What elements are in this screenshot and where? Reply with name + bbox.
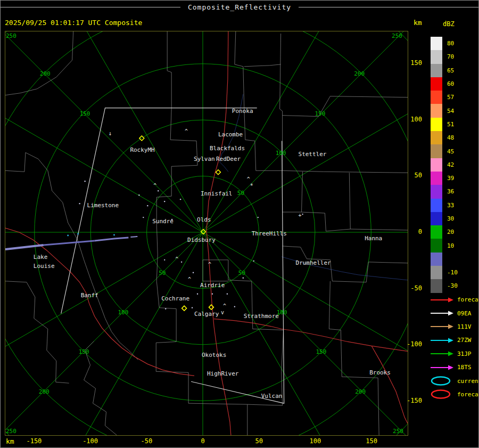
county-boundary <box>329 281 379 435</box>
city-label: RedDeer <box>216 156 241 162</box>
obs-symbol: ^ <box>208 262 211 267</box>
city-label: Stettler <box>299 151 327 158</box>
colorbar-entry <box>431 252 458 266</box>
range-label: 250 <box>6 428 16 435</box>
colorbar-entry: 80 <box>431 37 458 50</box>
radar-map-canvas: 1502002505010015020025050100150200250501… <box>5 31 408 435</box>
county-boundary <box>349 173 408 230</box>
colorbar-value: 54 <box>447 108 454 115</box>
city-label: HighRiver <box>207 370 239 377</box>
right-axis-label: 0 <box>405 228 422 235</box>
city-label: Lacombe <box>218 131 243 138</box>
map-dot <box>302 214 303 215</box>
map-dot <box>147 205 148 206</box>
city-label: Blackfalds <box>210 145 245 152</box>
city-label: Vulcan <box>261 393 283 400</box>
colorbar-swatch <box>431 158 442 172</box>
legend-arrow-row: 111V <box>430 320 479 333</box>
city-label: Sylvan <box>194 156 215 162</box>
legend-ellipse-row: current <box>430 374 479 387</box>
highway-line <box>214 319 282 329</box>
unit-label-top: km <box>414 19 422 27</box>
colorbar-title: dBZ <box>443 20 455 28</box>
city-label: RockyMH <box>130 146 154 153</box>
colorbar-entry: 10 <box>431 239 458 252</box>
range-label: 100 <box>276 150 286 157</box>
colorbar-entry: 70 <box>431 50 458 63</box>
unit-label-bottom: km <box>6 437 14 445</box>
colorbar-swatch <box>431 118 442 131</box>
county-boundary <box>156 224 247 435</box>
colorbar-entry: 48 <box>431 131 458 144</box>
highway-line <box>371 346 408 423</box>
obs-symbol: * <box>250 183 253 189</box>
colorbar-entry: 36 <box>431 185 458 198</box>
obs-symbol: ^ <box>247 176 250 182</box>
colorbar-swatch <box>431 131 442 144</box>
range-label: 50 <box>237 190 244 197</box>
colorbar-value: 60 <box>447 80 454 87</box>
county-boundary <box>228 260 284 405</box>
arrow-icon <box>430 309 454 317</box>
highway-line <box>282 329 408 352</box>
colorbar-entry: -30 <box>431 279 458 292</box>
colorbar-entry: 45 <box>431 144 458 158</box>
map-dot <box>164 201 165 202</box>
legend-arrow-row: forecast <box>430 293 479 306</box>
county-boundary <box>5 152 38 172</box>
legend-arrow-row: 18TS <box>430 361 479 374</box>
colorbar-value: -10 <box>447 269 458 276</box>
map-dot <box>79 203 80 204</box>
city-label: Calgary <box>194 311 219 317</box>
map-dot <box>180 199 181 200</box>
county-boundary <box>244 109 283 171</box>
reflectivity-echo <box>5 245 44 249</box>
legend-arrow-row: 31JP <box>430 347 479 361</box>
bottom-axis-label: -50 <box>135 437 158 445</box>
radar-coverage-outline <box>191 141 284 403</box>
county-boundary <box>5 31 73 95</box>
city-label: ThreeHills <box>252 230 287 237</box>
city-label: Didsbury <box>187 237 216 243</box>
arrow-icon <box>430 364 454 371</box>
map-dot <box>84 181 85 182</box>
colorbar-swatch <box>431 64 442 77</box>
window-title: Composite_Reflectivity <box>180 3 299 11</box>
range-label: 250 <box>392 32 402 39</box>
city-label: Olds <box>197 216 211 223</box>
right-axis-label: -150 <box>405 397 422 404</box>
titlebar-rule-left <box>1 7 180 7</box>
colorbar-swatch <box>431 225 442 239</box>
colorbar-value: 70 <box>447 53 454 60</box>
reflectivity-echo <box>44 241 95 245</box>
legend-label: 27ZW <box>457 337 472 344</box>
colorbar-value: 57 <box>447 94 454 101</box>
map-dot <box>197 294 198 295</box>
map-dot <box>192 307 193 308</box>
colorbar-swatch <box>431 77 442 91</box>
colorbar-entry: 51 <box>431 118 458 131</box>
ellipse-icon <box>430 389 454 400</box>
bottom-axis-label: -100 <box>79 437 102 445</box>
city-label: Brooks <box>369 369 391 376</box>
city-label: Banff <box>81 292 98 299</box>
range-label: 150 <box>80 110 90 117</box>
colorbar-swatch <box>431 144 442 158</box>
radar-app-window: Composite_Reflectivity 2025/09/25 01:01:… <box>0 0 479 448</box>
radar-site-marker <box>182 306 187 311</box>
colorbar-swatch <box>431 91 442 104</box>
range-label: 150 <box>79 348 89 355</box>
reflectivity-echo <box>95 238 129 241</box>
radar-map: 1502002505010015020025050100150200250501… <box>5 31 408 436</box>
city-label: Louise <box>34 263 55 270</box>
map-dot <box>164 259 165 260</box>
colorbar-swatch <box>431 37 442 50</box>
colorbar-entry: 42 <box>431 158 458 172</box>
obs-symbol: ^ <box>223 303 226 309</box>
range-label: 200 <box>39 388 49 395</box>
radar-site-marker <box>209 305 213 309</box>
colorbar-value: 33 <box>447 202 454 209</box>
bottom-axis-label: 0 <box>191 437 214 445</box>
radial-line <box>5 84 203 232</box>
arrow-icon <box>430 323 454 330</box>
